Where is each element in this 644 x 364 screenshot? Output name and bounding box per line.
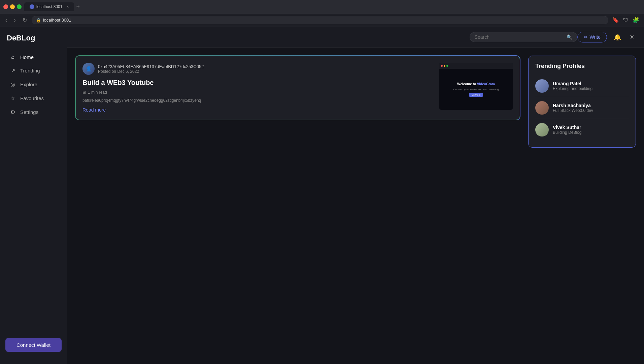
lock-icon: 🔒	[36, 18, 41, 23]
screenshot-dot-yellow	[444, 65, 445, 67]
settings-icon: ⚙	[9, 109, 16, 115]
app-container: DeBLog ⌂ Home ↗ Trending ◎ Explore ☆ Fav…	[0, 27, 644, 364]
search-icon: 🔍	[567, 34, 572, 40]
app-header: 🔍 ✏ Write 🔔 ☀	[67, 27, 644, 48]
post-title: Build a WEb3 Youtube	[82, 79, 434, 87]
notification-icon: 🔔	[614, 34, 621, 40]
profile-name-1: Harsh Sachaniya	[553, 103, 593, 108]
post-date: Posted on Dec 6, 2022	[98, 69, 204, 74]
profile-info-2: Vivek Suthar Building DeBlog	[553, 125, 581, 135]
write-button[interactable]: ✏ Write	[577, 32, 607, 42]
profile-name-0: Umang Patel	[553, 81, 592, 86]
sidebar: DeBLog ⌂ Home ↗ Trending ◎ Explore ☆ Fav…	[0, 27, 67, 364]
read-time: 1 min read	[88, 90, 107, 95]
screenshot-titlebar	[439, 63, 513, 69]
write-label: Write	[590, 34, 601, 40]
brave-shield-button[interactable]: 🛡	[622, 17, 630, 24]
search-container[interactable]: 🔍	[470, 32, 577, 42]
explore-icon: ◎	[9, 81, 16, 88]
card-left: 👤 0xa423A05Eb84EAB65E9137dEabfBD127dc253…	[82, 63, 434, 113]
bookmark-button[interactable]: 🔖	[611, 16, 620, 24]
write-icon: ✏	[584, 34, 588, 40]
profile-name-2: Vivek Suthar	[553, 125, 581, 130]
sidebar-nav: ⌂ Home ↗ Trending ◎ Explore ☆ Favourites…	[0, 51, 67, 333]
screenshot-button: Connect	[469, 93, 483, 97]
sidebar-item-favourites[interactable]: ☆ Favourites	[3, 92, 64, 105]
post-thumbnail: Welcome to VideoGram Connect your wallet…	[439, 63, 513, 110]
sidebar-item-explore[interactable]: ◎ Explore	[3, 78, 64, 91]
sidebar-item-trending-label: Trending	[20, 68, 40, 73]
trending-profile-0[interactable]: Umang Patel Exploring and building	[535, 75, 629, 97]
sidebar-item-settings-label: Settings	[20, 109, 38, 115]
trending-profile-1[interactable]: Harsh Sachaniya Full Stack Web3.0 dev	[535, 97, 629, 119]
screenshot-content: Welcome to VideoGram Connect your wallet…	[439, 69, 513, 110]
notification-button[interactable]: 🔔	[612, 32, 622, 42]
browser-top-bar: localhost:3001 × +	[0, 0, 644, 13]
tab-favicon	[30, 4, 34, 9]
main-content: 🔍 ✏ Write 🔔 ☀	[67, 27, 644, 364]
tab-title: localhost:3001	[36, 4, 62, 9]
theme-toggle-button[interactable]: ☀	[628, 32, 636, 42]
profile-info-1: Harsh Sachaniya Full Stack Web3.0 dev	[553, 103, 593, 113]
profile-bio-2: Building DeBlog	[553, 130, 581, 135]
window-controls	[3, 4, 22, 9]
trending-card: Trending Profiles Umang Patel Exploring …	[528, 56, 636, 148]
profile-bio-0: Exploring and building	[553, 86, 592, 91]
author-avatar: 👤	[82, 63, 95, 75]
sidebar-item-settings[interactable]: ⚙ Settings	[3, 105, 64, 119]
content-area: 👤 0xa423A05Eb84EAB65E9137dEabfBD127dc253…	[67, 48, 644, 364]
trending-profiles-title: Trending Profiles	[535, 63, 629, 70]
header-actions: ✏ Write 🔔 ☀	[577, 32, 636, 42]
trending-icon: ↗	[9, 67, 16, 74]
close-window-button[interactable]	[3, 4, 8, 9]
profile-avatar-1	[535, 101, 549, 115]
address-text: localhost:3001	[43, 18, 71, 23]
theme-icon: ☀	[629, 34, 635, 40]
browser-action-buttons: 🔖 🛡 🧩	[611, 16, 641, 24]
screenshot-title: Welcome to VideoGram	[457, 82, 495, 86]
sidebar-item-home-label: Home	[20, 54, 34, 60]
search-input[interactable]	[475, 34, 564, 40]
screenshot-subtitle: Connect your wallet and start creating	[453, 88, 499, 91]
browser-tab[interactable]: localhost:3001 ×	[24, 2, 74, 11]
read-time-icon: ⊞	[82, 90, 86, 95]
sidebar-item-favourites-label: Favourites	[20, 95, 44, 101]
post-screenshot: Welcome to VideoGram Connect your wallet…	[439, 63, 513, 110]
back-button[interactable]: ‹	[3, 16, 9, 25]
card-author: 👤 0xa423A05Eb84EAB65E9137dEabfBD127dc253…	[82, 63, 434, 75]
feed: 👤 0xa423A05Eb84EAB65E9137dEabfBD127dc253…	[75, 56, 520, 356]
read-more-link[interactable]: Read more	[82, 107, 106, 113]
author-address: 0xa423A05Eb84EAB65E9137dEabfBD127dc253C0…	[98, 64, 204, 69]
favourites-icon: ☆	[9, 95, 16, 101]
maximize-window-button[interactable]	[17, 4, 22, 9]
extensions-button[interactable]: 🧩	[631, 16, 641, 24]
connect-wallet-section: Connect Wallet	[0, 333, 67, 357]
forward-button[interactable]: ›	[12, 16, 18, 25]
profile-info-0: Umang Patel Exploring and building	[553, 81, 592, 91]
screenshot-dot-green	[446, 65, 448, 67]
new-tab-button[interactable]: +	[76, 3, 80, 10]
tab-close-button[interactable]: ×	[66, 4, 69, 9]
app-logo: DeBLog	[0, 34, 67, 51]
address-bar[interactable]: 🔒 localhost:3001	[32, 16, 608, 24]
trending-profile-2[interactable]: Vivek Suthar Building DeBlog	[535, 119, 629, 141]
trending-sidebar: Trending Profiles Umang Patel Exploring …	[528, 56, 636, 356]
profile-avatar-2	[535, 123, 549, 136]
sidebar-item-trending[interactable]: ↗ Trending	[3, 64, 64, 77]
home-icon: ⌂	[9, 54, 16, 60]
browser-nav-bar: ‹ › ↻ 🔒 localhost:3001 🔖 🛡 🧩	[0, 13, 644, 27]
profile-bio-1: Full Stack Web3.0 dev	[553, 108, 593, 113]
sidebar-item-explore-label: Explore	[20, 82, 37, 87]
minimize-window-button[interactable]	[10, 4, 15, 9]
blog-card: 👤 0xa423A05Eb84EAB65E9137dEabfBD127dc253…	[75, 56, 520, 120]
profile-avatar-0	[535, 79, 549, 93]
screenshot-dot-red	[441, 65, 443, 67]
tab-bar: localhost:3001 × +	[24, 2, 641, 11]
sidebar-item-home[interactable]: ⌂ Home	[3, 51, 64, 63]
post-hash: bafkreiea6proj4mqgfy7nvf74grwlue2cneoegg…	[82, 98, 434, 103]
author-info: 0xa423A05Eb84EAB65E9137dEabfBD127dc253C0…	[98, 64, 204, 74]
connect-wallet-button[interactable]: Connect Wallet	[5, 338, 62, 352]
refresh-button[interactable]: ↻	[21, 16, 29, 25]
post-meta: ⊞ 1 min read	[82, 90, 434, 95]
